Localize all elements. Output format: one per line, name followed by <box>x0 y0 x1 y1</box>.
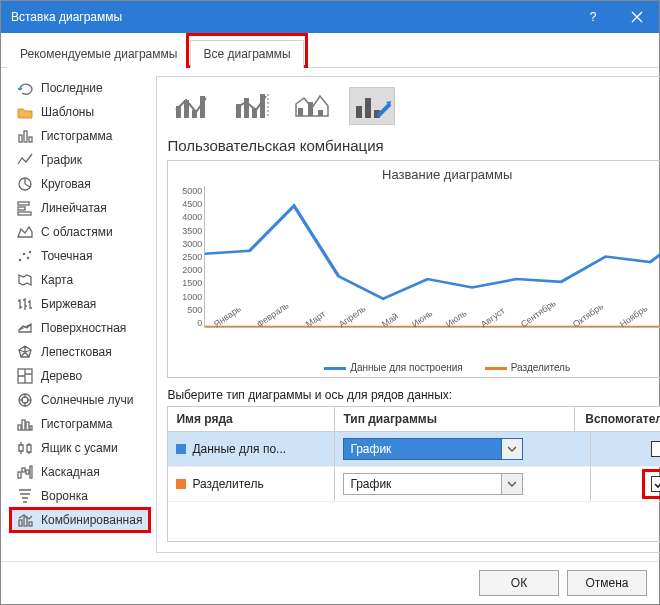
series-instruction: Выберите тип диаграммы и ось для рядов д… <box>167 388 660 402</box>
svg-rect-4 <box>18 202 29 205</box>
subtype-2[interactable] <box>229 87 275 125</box>
category-line[interactable]: График <box>9 148 148 172</box>
series-color-swatch <box>176 479 186 489</box>
series-name: Данные для по... <box>192 442 286 456</box>
sunburst-chart-icon <box>17 392 33 408</box>
category-label: Карта <box>41 273 73 287</box>
combo-dropdown-button[interactable] <box>501 473 523 495</box>
window-title: Вставка диаграммы <box>1 10 571 24</box>
surface-chart-icon <box>17 320 33 336</box>
th-name: Имя ряда <box>168 407 335 431</box>
area-chart-icon <box>17 224 33 240</box>
category-funnel[interactable]: Воронка <box>9 484 148 508</box>
svg-point-10 <box>29 251 31 253</box>
svg-rect-14 <box>18 425 21 430</box>
category-pie[interactable]: Круговая <box>9 172 148 196</box>
th-type: Тип диаграммы <box>335 407 575 431</box>
combo-subtype-row <box>167 85 660 133</box>
svg-rect-16 <box>26 422 29 430</box>
svg-rect-23 <box>24 517 27 526</box>
folder-icon <box>17 104 33 120</box>
category-label: Лепестковая <box>41 345 112 359</box>
category-label: Солнечные лучи <box>41 393 133 407</box>
combo-value: График <box>343 473 501 495</box>
category-combo[interactable]: Комбинированная <box>9 508 148 532</box>
svg-rect-6 <box>18 212 31 215</box>
svg-rect-35 <box>318 110 323 116</box>
combo-chart-icon <box>17 512 33 528</box>
svg-rect-22 <box>19 520 22 526</box>
series-name: Разделитель <box>192 477 263 491</box>
table-row[interactable]: Данные для по...График <box>168 432 660 467</box>
histogram-chart-icon <box>17 416 33 432</box>
svg-rect-5 <box>18 207 25 210</box>
category-scatter[interactable]: Точечная <box>9 244 148 268</box>
chart-preview: Название диаграммы 500045004000350030002… <box>167 160 660 378</box>
tab-recommended[interactable]: Рекомендуемые диаграммы <box>7 40 190 68</box>
category-label: С областями <box>41 225 113 239</box>
category-waterfall[interactable]: Каскадная <box>9 460 148 484</box>
svg-rect-2 <box>29 137 32 142</box>
category-radar[interactable]: Лепестковая <box>9 340 148 364</box>
tab-bar: Рекомендуемые диаграммы Все диаграммы <box>1 33 659 68</box>
chart-category-list: Последние Шаблоны Гистограмма График Кру… <box>9 76 148 553</box>
category-treemap[interactable]: Дерево <box>9 364 148 388</box>
category-label: Круговая <box>41 177 91 191</box>
svg-rect-30 <box>244 98 249 118</box>
category-histogram[interactable]: Гистограмма <box>9 412 148 436</box>
svg-rect-1 <box>24 131 27 142</box>
waterfall-chart-icon <box>17 464 33 480</box>
category-label: Шаблоны <box>41 105 94 119</box>
svg-rect-37 <box>365 98 371 118</box>
category-label: Поверхностная <box>41 321 126 335</box>
dialog-footer: ОК Отмена <box>1 561 659 604</box>
svg-rect-18 <box>18 472 21 478</box>
insert-chart-dialog: Вставка диаграммы ? Рекомендуемые диагра… <box>0 0 660 605</box>
category-label: Линейчатая <box>41 201 107 215</box>
subtype-4-custom[interactable] <box>349 87 395 125</box>
category-templates[interactable]: Шаблоны <box>9 100 148 124</box>
tab-recommended-label: Рекомендуемые диаграммы <box>20 47 177 61</box>
help-button[interactable]: ? <box>571 1 615 33</box>
category-map[interactable]: Карта <box>9 268 148 292</box>
map-chart-icon <box>17 272 33 288</box>
cancel-button[interactable]: Отмена <box>567 570 647 596</box>
subtype-3[interactable] <box>289 87 335 125</box>
secondary-axis-checkbox[interactable] <box>651 441 660 457</box>
chart-type-combo[interactable]: График <box>343 473 523 495</box>
category-label: Воронка <box>41 489 88 503</box>
svg-rect-17 <box>30 426 32 430</box>
table-row[interactable]: РазделительГрафик <box>168 467 660 502</box>
legend-swatch-1 <box>324 367 346 370</box>
combo-dropdown-button[interactable] <box>501 438 523 460</box>
boxwhisker-chart-icon <box>17 440 33 456</box>
chevron-down-icon <box>507 479 517 489</box>
category-column[interactable]: Гистограмма <box>9 124 148 148</box>
th-aux: Вспомогательная ось <box>575 407 660 431</box>
svg-rect-21 <box>30 466 32 478</box>
category-sunburst[interactable]: Солнечные лучи <box>9 388 148 412</box>
titlebar: Вставка диаграммы ? <box>1 1 659 33</box>
stock-chart-icon <box>17 296 33 312</box>
svg-point-8 <box>23 253 25 255</box>
category-surface[interactable]: Поверхностная <box>9 316 148 340</box>
category-stock[interactable]: Биржевая <box>9 292 148 316</box>
category-bar[interactable]: Линейчатая <box>9 196 148 220</box>
category-recent[interactable]: Последние <box>9 76 148 100</box>
svg-rect-36 <box>356 106 362 118</box>
line-chart-icon <box>17 152 33 168</box>
close-button[interactable] <box>615 1 659 33</box>
legend-label-1: Данные для построения <box>350 362 463 373</box>
category-area[interactable]: С областями <box>9 220 148 244</box>
subtype-1[interactable] <box>169 87 215 125</box>
tab-all-charts[interactable]: Все диаграммы <box>190 40 303 68</box>
category-boxwhisker[interactable]: Ящик с усами <box>9 436 148 460</box>
scatter-chart-icon <box>17 248 33 264</box>
chart-preview-title: Название диаграммы <box>174 167 660 182</box>
category-label: Последние <box>41 81 103 95</box>
category-label: Дерево <box>41 369 82 383</box>
category-label: Гистограмма <box>41 129 112 143</box>
category-label: Гистограмма <box>41 417 112 431</box>
ok-button[interactable]: ОК <box>479 570 559 596</box>
chart-type-combo[interactable]: График <box>343 438 523 460</box>
